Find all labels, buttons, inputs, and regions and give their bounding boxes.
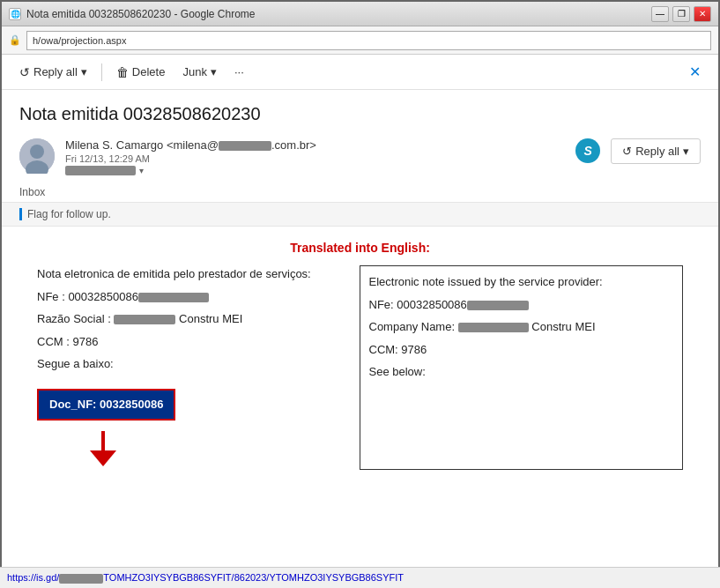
translation-line3: Company Name: Constru MEI	[369, 318, 674, 336]
reply-all-icon: ↺	[19, 65, 30, 79]
doc-button-container: Doc_NF: 0032850086	[37, 382, 342, 428]
segue-line: Segue a baixo:	[37, 355, 342, 373]
translation-section: Nota eletronica de emitida pelo prestado…	[19, 265, 701, 470]
reply-all-header-label: Reply all	[635, 145, 679, 158]
more-label: ···	[234, 65, 244, 78]
inbox-label: Inbox	[2, 182, 718, 202]
sender-avatar	[19, 138, 55, 174]
sender-info: Milena S. Camargo <milena@.com.br> Fri 1…	[65, 138, 565, 175]
delete-button[interactable]: 🗑 Delete	[109, 62, 173, 83]
email-area: Nota emitida 00328508620230 Milena S. Ca…	[2, 90, 718, 569]
svg-marker-4	[90, 450, 116, 466]
razao-line: Razão Social : Constru MEI	[37, 310, 342, 328]
translated-text-box: Electronic note issued by the service pr…	[360, 265, 684, 470]
more-button[interactable]: ···	[227, 62, 251, 82]
window-title: Nota emitida 00328508620230 - Google Chr…	[26, 8, 256, 20]
razao-redacted	[114, 315, 175, 324]
email-body: Translated into English: Nota eletronica…	[2, 234, 718, 484]
nfe-line: NFe : 00032850086	[37, 288, 342, 306]
minimize-button[interactable]: —	[651, 6, 669, 22]
down-arrow-icon	[90, 431, 116, 466]
reply-all-label: Reply all	[33, 65, 78, 78]
toolbar-separator-1	[101, 63, 102, 81]
sender-name: Milena S. Camargo <milena@.com.br>	[65, 138, 565, 152]
translation-company-redacted	[458, 323, 529, 332]
email-header: Milena S. Camargo <milena@.com.br> Fri 1…	[2, 131, 718, 182]
translation-line1: Electronic note issued by the service pr…	[369, 273, 674, 291]
email-toolbar: ↺ Reply all ▾ 🗑 Delete Junk ▾ ··· ✕	[2, 55, 718, 90]
sender-to: ▾	[65, 166, 565, 175]
svg-point-1	[30, 145, 44, 159]
window-close-button[interactable]: ✕	[694, 6, 711, 22]
reply-all-header-button[interactable]: ↺ Reply all ▾	[611, 138, 701, 164]
flag-bar-indicator	[19, 208, 22, 220]
expand-recipients-button[interactable]: ▾	[139, 166, 144, 175]
reply-all-button[interactable]: ↺ Reply all ▾	[12, 62, 94, 83]
close-pane-button[interactable]: ✕	[682, 60, 708, 84]
translation-line5: See below:	[369, 363, 674, 381]
junk-label: Junk	[182, 65, 206, 78]
arrow-container	[37, 428, 342, 470]
address-input[interactable]	[26, 31, 711, 50]
restore-button[interactable]: ❐	[672, 6, 690, 22]
translation-nfe-redacted	[467, 301, 529, 310]
flag-label: Flag for follow up.	[27, 208, 111, 220]
flag-bar: Flag for follow up.	[2, 202, 718, 227]
email-subject: Nota emitida 00328508620230	[2, 90, 718, 131]
title-bar-left: 🌐 Nota emitida 00328508620230 - Google C…	[9, 8, 256, 20]
translated-header: Translated into English:	[19, 241, 701, 255]
status-bar: https://is.gd/TOMHZO3IYSYBGB86SYFIT/8620…	[0, 567, 720, 588]
lock-icon: 🔒	[9, 34, 21, 46]
junk-button[interactable]: Junk ▾	[175, 62, 223, 82]
reply-all-header-dropdown[interactable]: ▾	[683, 145, 689, 158]
ccm-line: CCM : 9786	[37, 333, 342, 351]
browser-icon: 🌐	[9, 8, 21, 20]
original-text: Nota eletronica de emitida pelo prestado…	[37, 265, 342, 470]
junk-dropdown-icon[interactable]: ▾	[211, 65, 217, 78]
sender-date: Fri 12/13, 12:29 AM	[65, 153, 565, 164]
delete-icon: 🗑	[116, 65, 129, 79]
sender-domain-redacted	[219, 141, 271, 151]
reply-all-dropdown-icon[interactable]: ▾	[81, 65, 87, 78]
address-bar: 🔒	[2, 26, 718, 55]
translation-line2: NFe: 00032850086	[369, 296, 674, 314]
delete-label: Delete	[132, 65, 166, 78]
body-intro: Nota eletronica de emitida pelo prestado…	[37, 265, 342, 283]
status-url-redacted	[59, 574, 103, 584]
title-bar-buttons: — ❐ ✕	[651, 6, 711, 22]
status-url: https://is.gd/TOMHZO3IYSYBGB86SYFIT/8620…	[7, 572, 404, 584]
crm-icon: S	[575, 138, 600, 163]
recipient-redacted	[65, 166, 136, 175]
translation-line4: CCM: 9786	[369, 341, 674, 359]
nfe-redacted	[138, 293, 209, 302]
reply-all-header-icon: ↺	[622, 145, 632, 158]
doc-nf-button[interactable]: Doc_NF: 0032850086	[37, 389, 175, 421]
title-bar: 🌐 Nota emitida 00328508620230 - Google C…	[2, 2, 718, 26]
